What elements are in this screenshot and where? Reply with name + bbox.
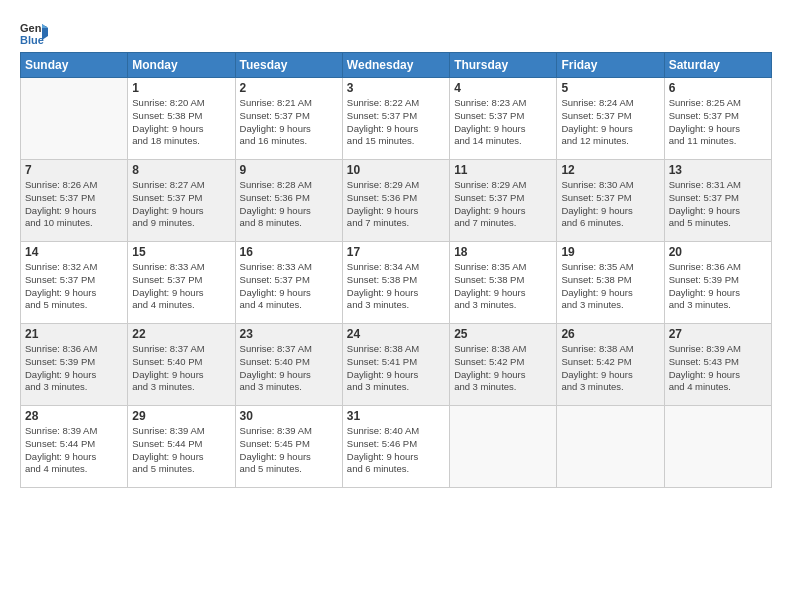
calendar-cell: 11Sunrise: 8:29 AMSunset: 5:37 PMDayligh… (450, 160, 557, 242)
day-info: Sunrise: 8:36 AMSunset: 5:39 PMDaylight:… (669, 261, 767, 312)
day-info: Sunrise: 8:39 AMSunset: 5:44 PMDaylight:… (132, 425, 230, 476)
day-number: 9 (240, 163, 338, 177)
day-info: Sunrise: 8:35 AMSunset: 5:38 PMDaylight:… (454, 261, 552, 312)
day-info: Sunrise: 8:29 AMSunset: 5:37 PMDaylight:… (454, 179, 552, 230)
day-info: Sunrise: 8:38 AMSunset: 5:41 PMDaylight:… (347, 343, 445, 394)
day-info: Sunrise: 8:22 AMSunset: 5:37 PMDaylight:… (347, 97, 445, 148)
day-info: Sunrise: 8:30 AMSunset: 5:37 PMDaylight:… (561, 179, 659, 230)
calendar-cell (557, 406, 664, 488)
weekday-header-friday: Friday (557, 53, 664, 78)
day-info: Sunrise: 8:38 AMSunset: 5:42 PMDaylight:… (561, 343, 659, 394)
day-number: 27 (669, 327, 767, 341)
day-number: 6 (669, 81, 767, 95)
calendar-cell: 4Sunrise: 8:23 AMSunset: 5:37 PMDaylight… (450, 78, 557, 160)
day-info: Sunrise: 8:39 AMSunset: 5:44 PMDaylight:… (25, 425, 123, 476)
calendar-cell: 27Sunrise: 8:39 AMSunset: 5:43 PMDayligh… (664, 324, 771, 406)
calendar-cell: 1Sunrise: 8:20 AMSunset: 5:38 PMDaylight… (128, 78, 235, 160)
day-number: 30 (240, 409, 338, 423)
day-number: 5 (561, 81, 659, 95)
day-info: Sunrise: 8:26 AMSunset: 5:37 PMDaylight:… (25, 179, 123, 230)
day-info: Sunrise: 8:31 AMSunset: 5:37 PMDaylight:… (669, 179, 767, 230)
day-number: 14 (25, 245, 123, 259)
day-number: 22 (132, 327, 230, 341)
calendar-cell: 9Sunrise: 8:28 AMSunset: 5:36 PMDaylight… (235, 160, 342, 242)
calendar-cell: 31Sunrise: 8:40 AMSunset: 5:46 PMDayligh… (342, 406, 449, 488)
day-number: 2 (240, 81, 338, 95)
calendar-cell (21, 78, 128, 160)
calendar-week-row: 21Sunrise: 8:36 AMSunset: 5:39 PMDayligh… (21, 324, 772, 406)
calendar-cell: 22Sunrise: 8:37 AMSunset: 5:40 PMDayligh… (128, 324, 235, 406)
day-number: 21 (25, 327, 123, 341)
calendar-cell: 25Sunrise: 8:38 AMSunset: 5:42 PMDayligh… (450, 324, 557, 406)
calendar-cell: 15Sunrise: 8:33 AMSunset: 5:37 PMDayligh… (128, 242, 235, 324)
logo-icon: General Blue (20, 18, 48, 46)
day-number: 1 (132, 81, 230, 95)
calendar-cell: 17Sunrise: 8:34 AMSunset: 5:38 PMDayligh… (342, 242, 449, 324)
day-number: 15 (132, 245, 230, 259)
day-number: 13 (669, 163, 767, 177)
day-info: Sunrise: 8:36 AMSunset: 5:39 PMDaylight:… (25, 343, 123, 394)
day-info: Sunrise: 8:28 AMSunset: 5:36 PMDaylight:… (240, 179, 338, 230)
day-info: Sunrise: 8:24 AMSunset: 5:37 PMDaylight:… (561, 97, 659, 148)
day-number: 3 (347, 81, 445, 95)
weekday-header-monday: Monday (128, 53, 235, 78)
day-info: Sunrise: 8:33 AMSunset: 5:37 PMDaylight:… (240, 261, 338, 312)
day-info: Sunrise: 8:37 AMSunset: 5:40 PMDaylight:… (132, 343, 230, 394)
calendar-cell: 16Sunrise: 8:33 AMSunset: 5:37 PMDayligh… (235, 242, 342, 324)
day-number: 25 (454, 327, 552, 341)
day-number: 10 (347, 163, 445, 177)
day-info: Sunrise: 8:35 AMSunset: 5:38 PMDaylight:… (561, 261, 659, 312)
day-number: 23 (240, 327, 338, 341)
day-number: 26 (561, 327, 659, 341)
calendar-table: SundayMondayTuesdayWednesdayThursdayFrid… (20, 52, 772, 488)
day-number: 7 (25, 163, 123, 177)
day-number: 8 (132, 163, 230, 177)
day-number: 28 (25, 409, 123, 423)
calendar-cell: 12Sunrise: 8:30 AMSunset: 5:37 PMDayligh… (557, 160, 664, 242)
calendar-cell: 13Sunrise: 8:31 AMSunset: 5:37 PMDayligh… (664, 160, 771, 242)
calendar-cell: 10Sunrise: 8:29 AMSunset: 5:36 PMDayligh… (342, 160, 449, 242)
day-info: Sunrise: 8:39 AMSunset: 5:43 PMDaylight:… (669, 343, 767, 394)
day-info: Sunrise: 8:34 AMSunset: 5:38 PMDaylight:… (347, 261, 445, 312)
calendar-cell: 18Sunrise: 8:35 AMSunset: 5:38 PMDayligh… (450, 242, 557, 324)
calendar-cell (450, 406, 557, 488)
day-number: 31 (347, 409, 445, 423)
calendar-week-row: 1Sunrise: 8:20 AMSunset: 5:38 PMDaylight… (21, 78, 772, 160)
calendar-week-row: 28Sunrise: 8:39 AMSunset: 5:44 PMDayligh… (21, 406, 772, 488)
day-number: 17 (347, 245, 445, 259)
calendar-week-row: 7Sunrise: 8:26 AMSunset: 5:37 PMDaylight… (21, 160, 772, 242)
weekday-header-thursday: Thursday (450, 53, 557, 78)
day-number: 19 (561, 245, 659, 259)
calendar-cell: 14Sunrise: 8:32 AMSunset: 5:37 PMDayligh… (21, 242, 128, 324)
day-info: Sunrise: 8:20 AMSunset: 5:38 PMDaylight:… (132, 97, 230, 148)
calendar-cell: 6Sunrise: 8:25 AMSunset: 5:37 PMDaylight… (664, 78, 771, 160)
logo: General Blue (20, 18, 52, 46)
day-info: Sunrise: 8:29 AMSunset: 5:36 PMDaylight:… (347, 179, 445, 230)
day-info: Sunrise: 8:27 AMSunset: 5:37 PMDaylight:… (132, 179, 230, 230)
calendar-cell: 29Sunrise: 8:39 AMSunset: 5:44 PMDayligh… (128, 406, 235, 488)
day-number: 12 (561, 163, 659, 177)
svg-text:Blue: Blue (20, 34, 44, 46)
weekday-header-row: SundayMondayTuesdayWednesdayThursdayFrid… (21, 53, 772, 78)
calendar-cell: 23Sunrise: 8:37 AMSunset: 5:40 PMDayligh… (235, 324, 342, 406)
day-number: 24 (347, 327, 445, 341)
calendar-cell: 20Sunrise: 8:36 AMSunset: 5:39 PMDayligh… (664, 242, 771, 324)
day-number: 29 (132, 409, 230, 423)
day-info: Sunrise: 8:32 AMSunset: 5:37 PMDaylight:… (25, 261, 123, 312)
calendar-cell: 21Sunrise: 8:36 AMSunset: 5:39 PMDayligh… (21, 324, 128, 406)
calendar-cell: 2Sunrise: 8:21 AMSunset: 5:37 PMDaylight… (235, 78, 342, 160)
calendar-cell: 8Sunrise: 8:27 AMSunset: 5:37 PMDaylight… (128, 160, 235, 242)
day-number: 20 (669, 245, 767, 259)
weekday-header-sunday: Sunday (21, 53, 128, 78)
day-info: Sunrise: 8:33 AMSunset: 5:37 PMDaylight:… (132, 261, 230, 312)
calendar-cell: 7Sunrise: 8:26 AMSunset: 5:37 PMDaylight… (21, 160, 128, 242)
day-info: Sunrise: 8:21 AMSunset: 5:37 PMDaylight:… (240, 97, 338, 148)
day-info: Sunrise: 8:38 AMSunset: 5:42 PMDaylight:… (454, 343, 552, 394)
weekday-header-tuesday: Tuesday (235, 53, 342, 78)
calendar-cell: 19Sunrise: 8:35 AMSunset: 5:38 PMDayligh… (557, 242, 664, 324)
day-number: 18 (454, 245, 552, 259)
day-info: Sunrise: 8:39 AMSunset: 5:45 PMDaylight:… (240, 425, 338, 476)
weekday-header-wednesday: Wednesday (342, 53, 449, 78)
page-header: General Blue (20, 18, 772, 46)
day-info: Sunrise: 8:40 AMSunset: 5:46 PMDaylight:… (347, 425, 445, 476)
